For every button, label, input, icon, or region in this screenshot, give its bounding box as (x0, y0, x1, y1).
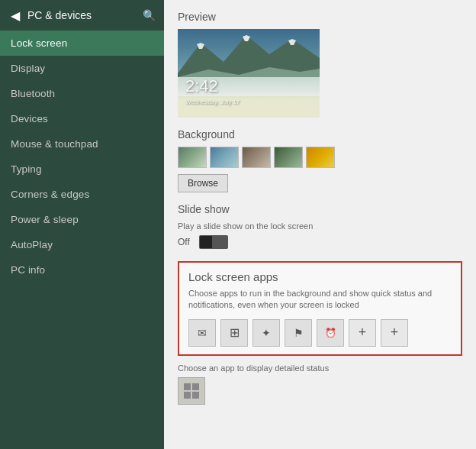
bg-thumb-1[interactable] (178, 147, 207, 168)
app-icon-calendar[interactable] (220, 319, 248, 347)
bg-thumb-4[interactable] (274, 147, 303, 168)
preview-time: 2:42 (185, 76, 218, 96)
slideshow-toggle[interactable] (199, 235, 228, 249)
app-add-button-2[interactable]: + (381, 319, 408, 347)
sidebar-item-devices[interactable]: Devices (0, 106, 164, 131)
sidebar-item-mouse-touchpad[interactable]: Mouse & touchpad (0, 131, 164, 157)
sidebar-navigation: Lock screen Display Bluetooth Devices Mo… (0, 31, 164, 283)
background-thumbnails (178, 147, 462, 168)
bg-thumb-5[interactable] (306, 147, 335, 168)
detailed-status-icon[interactable] (178, 377, 205, 405)
notification-icon: ⚑ (294, 327, 304, 339)
preview-image: 2:42 Wednesday, July 17 (178, 29, 320, 118)
browse-button[interactable]: Browse (178, 174, 228, 192)
app-icon-notifications[interactable]: ⚑ (285, 319, 312, 347)
lock-apps-icons-row: ✦ ⚑ ⏰ + + (188, 319, 452, 347)
detailed-status-label: Choose an app to display detailed status (178, 363, 462, 373)
app-icon-alarm[interactable]: ⏰ (317, 319, 344, 347)
svg-rect-9 (184, 392, 191, 399)
back-icon[interactable]: ◀ (8, 8, 23, 23)
alarm-icon: ⏰ (325, 328, 336, 338)
lock-apps-description: Choose apps to run in the background and… (188, 288, 452, 312)
app-icon-mail[interactable] (188, 319, 216, 347)
main-content: Preview (164, 0, 476, 449)
sidebar-item-corners-edges[interactable]: Corners & edges (0, 182, 164, 207)
bg-thumb-2[interactable] (210, 147, 239, 168)
toggle-thumb (200, 236, 212, 248)
plus-icon-2: + (391, 325, 399, 341)
sidebar-item-display[interactable]: Display (0, 56, 164, 81)
preview-date: Wednesday, July 17 (185, 99, 240, 105)
background-section-title: Background (178, 128, 462, 141)
sidebar: ◀ PC & devices 🔍 Lock screen Display Blu… (0, 0, 164, 449)
grid-icon (182, 382, 201, 400)
sidebar-item-bluetooth[interactable]: Bluetooth (0, 81, 164, 106)
bg-thumb-3[interactable] (242, 147, 271, 168)
lock-apps-title: Lock screen apps (188, 270, 452, 283)
slideshow-section-title: Slide show (178, 203, 462, 215)
slideshow-description: Play a slide show on the lock screen (178, 221, 462, 231)
sidebar-item-lock-screen[interactable]: Lock screen (0, 31, 164, 56)
app-add-button-1[interactable]: + (349, 319, 376, 347)
slideshow-toggle-row: Off (178, 235, 462, 249)
sidebar-item-pc-info[interactable]: PC info (0, 257, 164, 283)
plus-icon-1: + (359, 325, 367, 341)
sidebar-item-typing[interactable]: Typing (0, 157, 164, 182)
svg-rect-7 (184, 383, 191, 390)
sidebar-item-autoplay[interactable]: AutoPlay (0, 232, 164, 257)
preview-section-title: Preview (178, 11, 462, 23)
svg-rect-10 (192, 392, 199, 399)
svg-rect-8 (192, 383, 199, 390)
mail-icon (198, 327, 207, 339)
weather-icon: ✦ (262, 327, 271, 339)
sidebar-title: PC & devices (27, 9, 92, 21)
sidebar-item-power-sleep[interactable]: Power & sleep (0, 207, 164, 232)
slideshow-toggle-label: Off (178, 237, 190, 247)
search-icon[interactable]: 🔍 (141, 8, 156, 23)
lock-screen-apps-box: Lock screen apps Choose apps to run in t… (178, 261, 462, 356)
calendar-icon (230, 325, 240, 340)
sidebar-header: ◀ PC & devices 🔍 (0, 0, 164, 31)
app-icon-weather[interactable]: ✦ (252, 319, 280, 347)
